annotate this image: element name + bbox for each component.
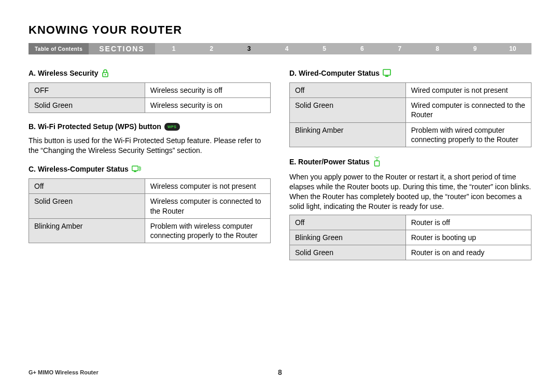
table-row: OFF Wireless security is off (29, 83, 271, 98)
table-wired-computer: Off Wired computer is not present Solid … (289, 82, 531, 147)
cell-desc: Wireless computer is connected to the Ro… (145, 194, 270, 218)
heading-router-power: E. Router/Power Status (289, 157, 531, 167)
nav-section-8[interactable]: 8 (418, 45, 456, 52)
page-footer: G+ MIMO Wireless Router 8 (29, 369, 531, 375)
nav-section-3[interactable]: 3 (230, 45, 268, 52)
cell-desc: Router is booting up (405, 230, 531, 245)
heading-e-text: E. Router/Power Status (289, 158, 370, 166)
svg-rect-3 (134, 171, 136, 172)
cell-state: Blinking Amber (29, 218, 145, 243)
cell-state: Off (290, 215, 406, 230)
heading-wired-computer: D. Wired-Computer Status (289, 69, 531, 77)
cell-desc: Wireless computer is not present (145, 179, 270, 194)
wps-button-icon: WPS (164, 123, 180, 131)
page-title: KNOWING YOUR ROUTER (29, 23, 531, 37)
nav-section-6[interactable]: 6 (343, 45, 381, 52)
svg-point-1 (104, 74, 105, 75)
nav-section-numbers: 1 2 3 4 5 6 7 8 9 10 (155, 43, 531, 54)
router-icon (373, 157, 381, 167)
cell-desc: Problem with wireless computer connectin… (145, 218, 270, 243)
cell-state: Blinking Amber (290, 122, 406, 147)
cell-desc: Wireless security is off (145, 83, 270, 98)
table-row: Blinking Amber Problem with wired comput… (290, 122, 531, 147)
right-column: D. Wired-Computer Status Off Wired compu… (289, 69, 531, 260)
cell-desc: Problem with wired computer connecting p… (405, 122, 531, 147)
heading-wireless-computer: C. Wireless-Computer Status (29, 165, 271, 173)
nav-section-2[interactable]: 2 (192, 45, 230, 52)
table-wireless-computer: Off Wireless computer is not present Sol… (29, 178, 271, 243)
lock-icon (102, 69, 109, 77)
cell-desc: Wireless security is on (145, 98, 270, 113)
cell-state: Off (29, 179, 145, 194)
nav-section-9[interactable]: 9 (456, 45, 494, 52)
table-row: Solid Green Wired computer is connected … (290, 98, 531, 122)
table-router-power: Off Router is off Blinking Green Router … (289, 215, 531, 261)
cell-desc: Wired computer is connected to the Route… (405, 98, 531, 122)
table-row: Off Wired computer is not present (290, 83, 531, 98)
svg-rect-5 (385, 76, 388, 77)
left-column: A. Wireless Security OFF Wireless securi… (29, 69, 271, 260)
heading-d-text: D. Wired-Computer Status (289, 69, 380, 77)
page-number: 8 (29, 368, 531, 376)
table-row: Off Router is off (290, 215, 531, 230)
table-row: Solid Green Wireless security is on (29, 98, 271, 113)
cell-desc: Router is off (405, 215, 531, 230)
cell-state: Solid Green (290, 98, 406, 122)
table-wireless-security: OFF Wireless security is off Solid Green… (29, 82, 271, 113)
svg-rect-7 (374, 161, 379, 166)
cell-desc: Wired computer is not present (405, 83, 531, 98)
table-row: Blinking Amber Problem with wireless com… (29, 218, 271, 243)
nav-section-10[interactable]: 10 (494, 45, 531, 52)
nav-section-7[interactable]: 7 (381, 45, 419, 52)
wireless-computer-icon (132, 165, 141, 173)
nav-section-5[interactable]: 5 (305, 45, 343, 52)
heading-b-text: B. Wi-Fi Protected Setup (WPS) button (29, 122, 161, 131)
table-row: Off Wireless computer is not present (29, 179, 271, 194)
cell-state: Solid Green (29, 98, 145, 113)
nav-section-4[interactable]: 4 (268, 45, 306, 52)
cell-state: OFF (29, 83, 145, 98)
wired-computer-icon (383, 69, 392, 77)
svg-rect-2 (132, 166, 138, 171)
cell-state: Blinking Green (290, 230, 406, 245)
table-row: Solid Green Router is on and ready (290, 245, 531, 260)
nav-section-1[interactable]: 1 (155, 45, 193, 52)
heading-c-text: C. Wireless-Computer Status (29, 165, 129, 173)
table-row: Blinking Green Router is booting up (290, 230, 531, 245)
heading-wireless-security: A. Wireless Security (29, 69, 271, 77)
cell-state: Solid Green (290, 245, 406, 260)
nav-toc-link[interactable]: Table of Contents (29, 43, 89, 54)
cell-state: Solid Green (29, 194, 145, 218)
cell-desc: Router is on and ready (405, 245, 531, 260)
heading-a-text: A. Wireless Security (29, 69, 99, 77)
router-power-description: When you apply power to the Router or re… (289, 172, 531, 212)
heading-wps: B. Wi-Fi Protected Setup (WPS) button WP… (29, 122, 271, 131)
cell-state: Off (290, 83, 406, 98)
section-navbar: Table of Contents SECTIONS 1 2 3 4 5 6 7… (29, 43, 531, 54)
svg-rect-4 (383, 69, 390, 75)
wps-description: This button is used for the Wi-Fi Protec… (29, 136, 271, 156)
table-row: Solid Green Wireless computer is connect… (29, 194, 271, 218)
nav-sections-label: SECTIONS (89, 43, 155, 54)
